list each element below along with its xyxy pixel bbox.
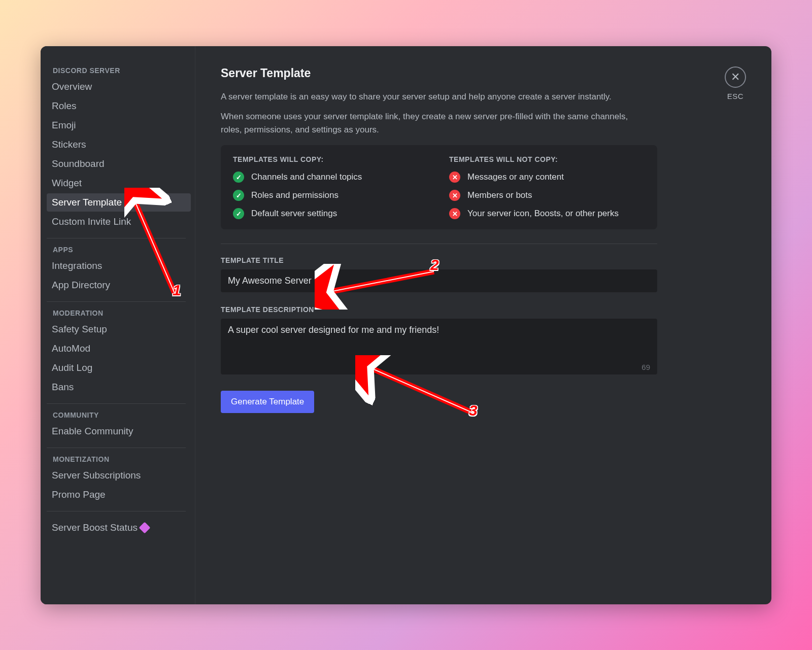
template-title-input[interactable] <box>221 269 657 292</box>
wont-copy-text: Members or bots <box>467 190 532 200</box>
sidebar-item-promo-page[interactable]: Promo Page <box>47 486 191 504</box>
sidebar-item-automod[interactable]: AutoMod <box>47 339 191 358</box>
will-copy-text: Channels and channel topics <box>251 172 362 182</box>
will-copy-heading: Templates will copy: <box>233 155 429 163</box>
boost-icon <box>139 522 151 533</box>
copy-info-panel: Templates will copy: ✓ Channels and chan… <box>221 145 657 229</box>
x-icon: ✕ <box>449 190 460 201</box>
close-column: ✕ ESC <box>725 66 746 100</box>
x-icon: ✕ <box>449 208 460 219</box>
template-desc-label: Template Description <box>221 305 746 314</box>
esc-label: ESC <box>725 92 746 100</box>
sidebar-item-soundboard[interactable]: Soundboard <box>47 155 191 173</box>
sidebar-item-overview[interactable]: Overview <box>47 78 191 96</box>
check-icon: ✓ <box>233 172 244 183</box>
sidebar-divider <box>47 448 186 448</box>
wont-copy-col: Templates will not copy: ✕ Messages or a… <box>449 155 645 219</box>
sidebar-header-server: Discord Server <box>47 66 191 78</box>
sidebar-header-monetization: Monetization <box>47 455 191 466</box>
sidebar-item-server-template[interactable]: Server Template <box>47 193 191 212</box>
wont-copy-row: ✕ Messages or any content <box>449 172 645 183</box>
wont-copy-text: Messages or any content <box>467 172 564 182</box>
close-button[interactable]: ✕ <box>725 66 746 88</box>
x-icon: ✕ <box>449 172 460 183</box>
section-divider <box>221 244 657 244</box>
wont-copy-heading: Templates will not copy: <box>449 155 645 163</box>
sidebar-item-bans[interactable]: Bans <box>47 378 191 396</box>
template-desc-input[interactable] <box>221 319 657 374</box>
will-copy-text: Roles and permissions <box>251 190 339 200</box>
wont-copy-row: ✕ Your server icon, Boosts, or other per… <box>449 208 645 219</box>
sidebar-item-stickers[interactable]: Stickers <box>47 135 191 154</box>
sidebar-item-safety-setup[interactable]: Safety Setup <box>47 320 191 338</box>
sidebar-item-boost-status[interactable]: Server Boost Status <box>47 519 191 537</box>
will-copy-row: ✓ Channels and channel topics <box>233 172 429 183</box>
sidebar-item-enable-community[interactable]: Enable Community <box>47 422 191 440</box>
char-count: 69 <box>641 363 650 371</box>
sidebar-item-audit-log[interactable]: Audit Log <box>47 359 191 377</box>
sidebar-item-app-directory[interactable]: App Directory <box>47 276 191 294</box>
will-copy-text: Default server settings <box>251 209 337 219</box>
sidebar-divider <box>47 301 186 302</box>
generate-template-button[interactable]: Generate Template <box>221 391 314 413</box>
will-copy-col: Templates will copy: ✓ Channels and chan… <box>233 155 429 219</box>
sidebar-item-roles[interactable]: Roles <box>47 97 191 115</box>
sidebar-header-apps: Apps <box>47 246 191 257</box>
content-area: ✕ ESC Server Template A server template … <box>195 46 771 604</box>
wont-copy-text: Your server icon, Boosts, or other perks <box>467 209 619 219</box>
will-copy-row: ✓ Default server settings <box>233 208 429 219</box>
sidebar-item-integrations[interactable]: Integrations <box>47 257 191 275</box>
check-icon: ✓ <box>233 190 244 201</box>
sidebar-header-community: Community <box>47 411 191 422</box>
close-icon: ✕ <box>731 72 740 83</box>
template-title-label: Template Title <box>221 256 746 264</box>
settings-modal: Discord Server Overview Roles Emoji Stic… <box>41 46 771 604</box>
sidebar-item-server-subscriptions[interactable]: Server Subscriptions <box>47 466 191 485</box>
will-copy-row: ✓ Roles and permissions <box>233 190 429 201</box>
sidebar-divider <box>47 403 186 404</box>
sidebar-item-emoji[interactable]: Emoji <box>47 116 191 134</box>
sidebar-item-widget[interactable]: Widget <box>47 174 191 192</box>
sidebar: Discord Server Overview Roles Emoji Stic… <box>41 46 195 604</box>
page-desc-1: A server template is an easy way to shar… <box>221 90 642 104</box>
sidebar-divider <box>47 238 186 238</box>
wont-copy-row: ✕ Members or bots <box>449 190 645 201</box>
sidebar-header-moderation: Moderation <box>47 309 191 320</box>
sidebar-item-label: Server Boost Status <box>52 522 138 533</box>
sidebar-item-custom-invite[interactable]: Custom Invite Link <box>47 213 191 231</box>
sidebar-divider <box>47 511 186 511</box>
page-title: Server Template <box>221 66 746 80</box>
page-desc-2: When someone uses your server template l… <box>221 110 642 136</box>
check-icon: ✓ <box>233 208 244 219</box>
